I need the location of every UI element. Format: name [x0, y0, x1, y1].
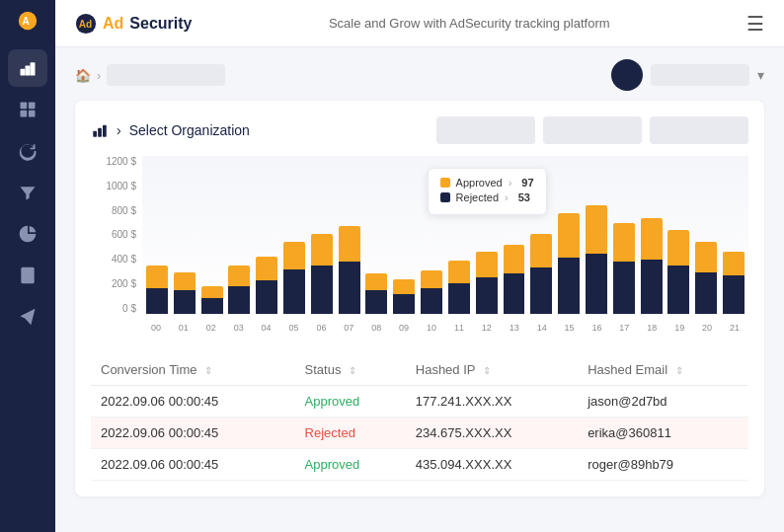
- tooltip-rejected-row: Rejected › 53: [440, 191, 534, 203]
- x-label: 05: [280, 323, 308, 333]
- bar-rejected: [504, 273, 525, 314]
- bar-group[interactable]: [309, 156, 335, 314]
- y-label: 200 $: [112, 278, 136, 289]
- sidebar-item-pie[interactable]: [8, 215, 47, 253]
- bar-approved: [365, 273, 387, 289]
- bar-group[interactable]: [556, 156, 582, 314]
- bar-stack: [281, 242, 307, 314]
- bar-group[interactable]: [226, 156, 252, 314]
- breadcrumb-separator: ›: [97, 68, 101, 83]
- bar-stack: [611, 223, 637, 314]
- bar-rejected: [393, 294, 415, 314]
- sort-icon-ip[interactable]: ⇕: [483, 365, 491, 376]
- bar-group[interactable]: [611, 156, 637, 314]
- bar-group[interactable]: [721, 156, 746, 314]
- bar-stack: [693, 242, 719, 314]
- sidebar-item-campaigns[interactable]: [8, 298, 47, 336]
- tooltip-approved-value: 97: [521, 177, 533, 189]
- x-label: 17: [610, 323, 638, 333]
- x-label: 00: [142, 323, 170, 333]
- x-label: 06: [307, 323, 335, 333]
- bar-group[interactable]: [693, 156, 719, 314]
- user-area: ▾: [611, 59, 764, 91]
- cell-email: roger@89hb79: [578, 449, 748, 481]
- bar-group[interactable]: [364, 156, 390, 314]
- chevron-down-icon[interactable]: ▾: [757, 67, 764, 83]
- sidebar-item-dashboard[interactable]: [8, 49, 47, 87]
- bar-group[interactable]: [584, 156, 609, 314]
- breadcrumb-home[interactable]: 🏠: [75, 68, 91, 83]
- bar-group[interactable]: [391, 156, 417, 314]
- x-label: 02: [197, 323, 225, 333]
- bar-approved: [641, 218, 663, 260]
- bar-group[interactable]: [199, 156, 225, 314]
- bar-rejected: [365, 290, 387, 314]
- logo-ad: Ad: [103, 15, 123, 33]
- action-button-3[interactable]: [650, 116, 748, 144]
- chart-y-axis: 1200 $1000 $800 $600 $400 $200 $0 $: [91, 156, 142, 314]
- x-label: 14: [528, 323, 556, 333]
- y-label: 1000 $: [106, 181, 136, 191]
- svg-text:Ad: Ad: [79, 18, 92, 29]
- svg-rect-4: [31, 62, 36, 75]
- bar-rejected: [641, 260, 663, 314]
- sidebar-item-refresh[interactable]: [8, 132, 47, 170]
- panel-title-text: Select Organization: [129, 122, 250, 138]
- bar-approved: [586, 205, 607, 254]
- x-label: 21: [721, 323, 748, 333]
- sidebar-logo: A: [17, 10, 39, 32]
- bar-group[interactable]: [337, 156, 362, 314]
- bar-stack: [446, 261, 472, 314]
- bar-approved: [311, 234, 333, 266]
- svg-rect-3: [26, 66, 31, 76]
- bar-approved: [530, 234, 552, 267]
- cell-status: Approved: [295, 386, 406, 418]
- bar-group[interactable]: [639, 156, 665, 314]
- breadcrumb-bar: 🏠 › ▾: [75, 59, 764, 91]
- action-button-2[interactable]: [543, 116, 642, 144]
- cell-time: 2022.09.06 00:00:45: [91, 449, 295, 481]
- tooltip-approved-label: Approved: [456, 177, 503, 189]
- bar-rejected: [476, 277, 498, 314]
- bar-group[interactable]: [254, 156, 279, 314]
- bar-rejected: [667, 266, 689, 314]
- cell-status: Rejected: [295, 418, 406, 449]
- col-conversion-time: Conversion Time ⇕: [91, 354, 295, 386]
- bar-stack: [419, 270, 444, 314]
- col-hashed-email: Hashed Email ⇕: [578, 354, 748, 386]
- col-hashed-ip: Hashed IP ⇕: [406, 354, 578, 386]
- bar-approved: [476, 252, 498, 277]
- y-label: 800 $: [112, 205, 136, 216]
- sort-icon-email[interactable]: ⇕: [675, 365, 683, 376]
- data-table: Conversion Time ⇕ Status ⇕ Hashed IP ⇕ H…: [91, 354, 748, 481]
- bar-rejected: [421, 288, 442, 314]
- bar-approved: [283, 242, 305, 269]
- bar-group[interactable]: [666, 156, 691, 314]
- table-row[interactable]: 2022.09.06 00:00:45Rejected234.675.XXX.X…: [91, 418, 748, 449]
- bar-stack: [337, 226, 362, 314]
- sidebar-item-analytics[interactable]: [8, 91, 47, 128]
- action-button-1[interactable]: [436, 116, 535, 144]
- sidebar-item-reports[interactable]: [8, 257, 47, 294]
- table-row[interactable]: 2022.09.06 00:00:45Approved177.241.XXX.X…: [91, 386, 748, 418]
- sort-icon-status[interactable]: ⇕: [349, 365, 356, 376]
- hamburger-menu[interactable]: ☰: [746, 12, 764, 36]
- table-row[interactable]: 2022.09.06 00:00:45Approved435.094.XXX.X…: [91, 449, 748, 481]
- tooltip-rejected-dot: [440, 192, 450, 202]
- bar-group[interactable]: [281, 156, 307, 314]
- main-panel: › Select Organization 1200 $1000 $800 $6…: [75, 101, 764, 496]
- svg-rect-7: [21, 111, 28, 117]
- bar-rejected: [613, 262, 635, 314]
- sidebar-item-filter[interactable]: [8, 174, 47, 211]
- sidebar: A: [0, 0, 55, 532]
- sort-icon-time[interactable]: ⇕: [204, 365, 212, 376]
- bar-stack: [474, 252, 500, 314]
- app-logo: Ad AdSecurity: [75, 13, 192, 35]
- bar-group[interactable]: [172, 156, 197, 314]
- x-label: 08: [362, 323, 390, 333]
- svg-rect-17: [103, 125, 107, 137]
- x-label: 10: [418, 323, 445, 333]
- tooltip-arrow2: ›: [505, 191, 509, 203]
- bar-group[interactable]: [144, 156, 170, 314]
- bar-rejected: [283, 269, 305, 314]
